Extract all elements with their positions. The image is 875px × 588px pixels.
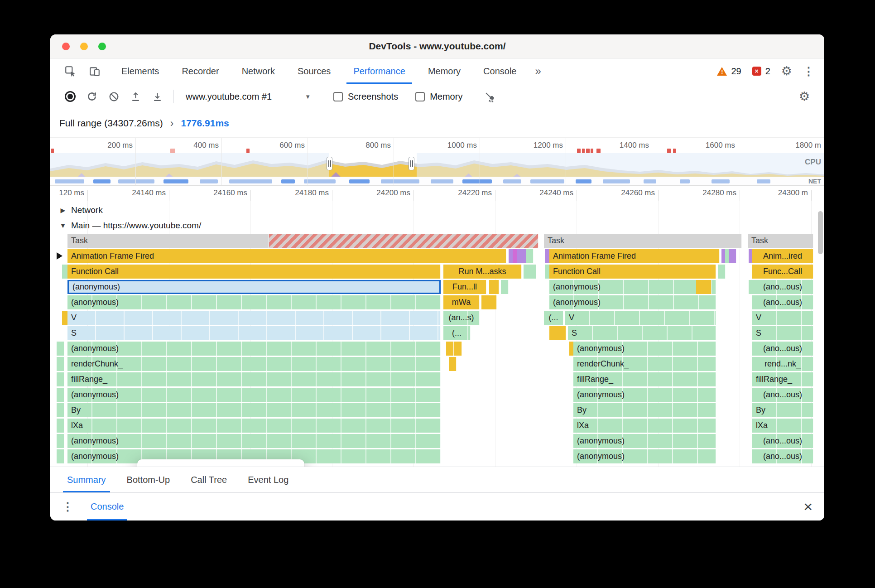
flame-segment-anonymous[interactable]: (anonymous) <box>573 449 716 463</box>
history-select[interactable]: www.youtube.com #1 ▼ <box>180 92 316 102</box>
flame-segment-anonymous[interactable]: (anonymous) <box>573 388 716 402</box>
minimize-button[interactable] <box>80 43 88 50</box>
disclosure-expanded-icon[interactable]: ▼ <box>58 222 67 229</box>
detail-tab-summary[interactable]: Summary <box>57 467 116 492</box>
flame-segment-task[interactable]: Task <box>544 234 742 248</box>
flame-segment-ano-ous[interactable]: (ano...ous) <box>752 388 813 402</box>
flame-segment[interactable] <box>718 265 726 279</box>
collect-garbage-button[interactable] <box>480 87 500 106</box>
errors-indicator[interactable]: × 2 <box>752 66 770 77</box>
drawer-close-icon[interactable]: × <box>803 493 812 521</box>
zoom-button[interactable] <box>98 43 106 50</box>
tab-memory[interactable]: Memory <box>417 58 472 84</box>
flame-segment-task[interactable]: Task <box>748 234 813 248</box>
tab-recorder[interactable]: Recorder <box>170 58 230 84</box>
breadcrumb-selected-range[interactable]: 1776.91ms <box>181 118 229 129</box>
flame-segment[interactable] <box>449 357 457 371</box>
record-button[interactable] <box>60 87 80 106</box>
flame-segment-func-call[interactable]: Func...Call <box>752 265 813 279</box>
flame-segment[interactable] <box>57 388 64 402</box>
detail-tab-event-log[interactable]: Event Log <box>237 467 299 492</box>
warnings-indicator[interactable]: 29 <box>717 66 741 77</box>
menu-item-hide-function[interactable]: Hide functionH <box>137 466 304 467</box>
flame-segment-v[interactable]: V <box>565 311 716 325</box>
flame-segment[interactable] <box>481 295 497 309</box>
drawer-kebab-menu-icon[interactable]: ⋮ <box>62 493 73 521</box>
reload-and-record-button[interactable] <box>82 87 102 106</box>
flame-segment-lxa[interactable]: lXa <box>573 419 716 433</box>
flame-segment-ano-ous[interactable]: (ano...ous) <box>752 295 813 309</box>
flame-segment-anonymous[interactable]: (anonymous) <box>67 280 441 294</box>
range-handle-left[interactable] <box>327 157 332 170</box>
flame-segment[interactable] <box>57 434 64 448</box>
flame-segment[interactable] <box>454 342 462 356</box>
flame-segment[interactable] <box>269 234 538 248</box>
kebab-menu-icon[interactable]: ⋮ <box>803 66 814 77</box>
detail-tab-bottom-up[interactable]: Bottom-Up <box>116 467 181 492</box>
more-tabs-icon[interactable]: » <box>528 58 548 84</box>
flame-segment-v[interactable]: V <box>752 311 813 325</box>
tab-network[interactable]: Network <box>231 58 286 84</box>
flame-segment-anonymous[interactable]: (anonymous) <box>67 342 441 356</box>
flame-segment-ano-ous[interactable]: (ano...ous) <box>752 342 813 356</box>
flamechart-ruler[interactable]: 120 ms24140 ms24160 ms24180 ms24200 ms24… <box>50 186 824 201</box>
flame-segment-renderchunk[interactable]: renderChunk_ <box>67 357 441 371</box>
drawer-tab-console[interactable]: Console <box>87 493 127 521</box>
flame-segment-animation-frame-fired[interactable]: Animation Frame Fired <box>67 249 506 263</box>
flame-segment[interactable] <box>696 280 712 294</box>
flame-segment-v[interactable]: V <box>67 311 441 325</box>
flame-segment-anonymous[interactable]: (anonymous) <box>549 280 716 294</box>
main-track-header[interactable]: ▼ Main — https://www.youtube.com/ <box>56 218 201 233</box>
flame-segment-s[interactable]: S <box>568 326 716 340</box>
flame-segment-anim-ired[interactable]: Anim...ired <box>752 249 813 263</box>
flame-segment-rend-nk[interactable]: rend...nk_ <box>752 357 813 371</box>
flame-segment-run-m-asks[interactable]: Run M...asks <box>443 265 522 279</box>
flame-segment-ano-ous[interactable]: (ano...ous) <box>752 434 813 448</box>
clear-button[interactable] <box>104 87 124 106</box>
flame-segment-by[interactable]: By <box>573 403 716 417</box>
vertical-scrollbar[interactable] <box>818 211 823 254</box>
flame-segment[interactable] <box>501 280 509 294</box>
memory-checkbox[interactable] <box>415 92 425 101</box>
tab-sources[interactable]: Sources <box>286 58 342 84</box>
tab-console[interactable]: Console <box>472 58 528 84</box>
flame-segment[interactable] <box>57 419 64 433</box>
flame-segment-s[interactable]: S <box>752 326 813 340</box>
flame-segment-fillrange[interactable]: fillRange_ <box>573 372 716 386</box>
flame-segment-s[interactable]: S <box>67 326 441 340</box>
breadcrumb-full-range[interactable]: Full range (34307.26ms) <box>59 118 163 129</box>
flame-segment[interactable] <box>729 249 736 263</box>
flame-segment-fillrange[interactable]: fillRange_ <box>752 372 813 386</box>
range-handle-right[interactable] <box>409 157 414 170</box>
load-profile-button[interactable] <box>125 87 145 106</box>
flame-segment[interactable] <box>446 342 454 356</box>
network-track-header[interactable]: ▶ Network <box>56 202 103 218</box>
flamechart-viewport[interactable]: ▶ Network ▼ Main — https://www.youtube.c… <box>50 201 824 467</box>
flame-segment[interactable] <box>57 403 64 417</box>
flame-segment-by[interactable]: By <box>67 403 441 417</box>
flame-segment[interactable] <box>57 342 64 356</box>
settings-gear-icon[interactable]: ⚙ <box>781 65 792 77</box>
tab-performance[interactable]: Performance <box>342 58 417 84</box>
flame-segment[interactable] <box>489 280 499 294</box>
flame-segment[interactable] <box>549 326 566 340</box>
flame-segment-function-call[interactable]: Function Call <box>67 265 441 279</box>
screenshots-toggle[interactable]: Screenshots <box>333 92 398 102</box>
flame-segment-anonymous[interactable]: (anonymous) <box>549 295 716 309</box>
flame-segment-animation-frame-fired[interactable]: Animation Frame Fired <box>549 249 720 263</box>
flame-segment[interactable] <box>57 372 64 386</box>
device-toolbar-icon[interactable] <box>86 62 104 80</box>
tab-elements[interactable]: Elements <box>110 58 170 84</box>
flame-segment-anonymous[interactable]: (anonymous) <box>573 434 716 448</box>
flame-segment-an-s[interactable]: (an...s) <box>443 311 480 325</box>
flame-segment-item[interactable]: (... <box>443 326 471 340</box>
flame-segment[interactable] <box>529 265 536 279</box>
flame-segment-fun-ll[interactable]: Fun...ll <box>443 280 486 294</box>
close-button[interactable] <box>62 43 70 50</box>
flame-segment-anonymous[interactable]: (anonymous) <box>573 342 716 356</box>
timeline-overview[interactable]: CPU NET 200 ms400 ms600 ms800 ms1000 ms1… <box>50 138 824 186</box>
flame-segment-lxa[interactable]: lXa <box>752 419 813 433</box>
panel-settings-button[interactable]: ⚙ <box>794 87 814 106</box>
save-profile-button[interactable] <box>147 87 167 106</box>
flame-segment-fillrange[interactable]: fillRange_ <box>67 372 441 386</box>
